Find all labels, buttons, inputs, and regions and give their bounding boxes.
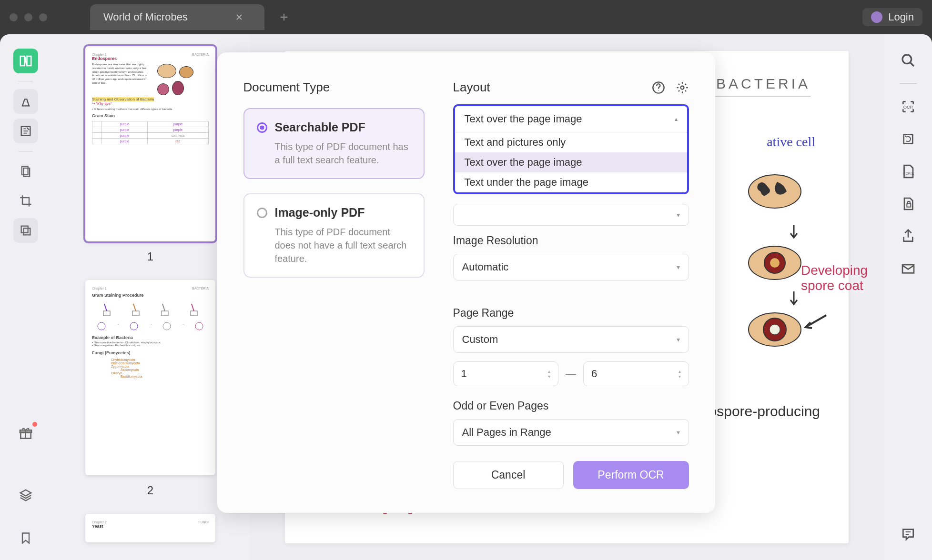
option-title: Searchable PDF [275,120,365,134]
layout-dropdown[interactable]: Text over the page image ▴ Text and pict… [453,104,689,194]
svg-point-30 [680,86,684,89]
radio-checked-icon [257,122,267,133]
stepper-icon[interactable]: ▴▾ [679,369,681,379]
image-resolution-label: Image Resolution [453,234,689,247]
range-separator: — [566,368,576,380]
chevron-down-icon: ▾ [677,263,680,271]
select-value: All Pages in Range [462,426,551,439]
help-icon[interactable] [652,81,665,94]
radio-unchecked-icon [257,208,267,218]
odd-even-select[interactable]: All Pages in Range ▾ [453,419,689,446]
odd-even-label: Odd or Even Pages [453,400,689,412]
layout-option[interactable]: Text under the page image [455,172,687,192]
image-resolution-select[interactable]: Automatic ▾ [453,254,689,280]
page-range-select[interactable]: Custom ▾ [453,326,689,353]
image-only-pdf-option[interactable]: Image-only PDF This type of PDF document… [243,193,425,278]
layout-options-list: Text and pictures only Text over the pag… [455,132,687,192]
layout-selected-value[interactable]: Text over the page image ▴ [455,106,687,132]
chevron-down-icon: ▾ [677,336,680,343]
input-value: 6 [591,368,597,380]
document-type-title: Document Type [243,80,425,95]
modal-overlay: Document Type Searchable PDF This type o… [0,0,932,560]
stepper-icon[interactable]: ▴▾ [548,369,550,379]
layout-option[interactable]: Text over the page image [455,152,687,172]
chevron-up-icon: ▴ [675,116,678,122]
selected-text: Text over the page image [465,113,582,125]
cancel-button[interactable]: Cancel [453,461,564,489]
gear-icon[interactable] [676,81,689,94]
ocr-settings-modal: Document Type Searchable PDF This type o… [217,52,715,513]
partial-select-field[interactable]: ▾ [453,204,689,226]
select-value: Custom [462,333,498,346]
range-to-input[interactable]: 6 ▴▾ [583,361,689,386]
chevron-down-icon: ▾ [677,211,680,219]
page-range-label: Page Range [453,307,689,320]
chevron-down-icon: ▾ [677,429,680,436]
input-value: 1 [461,368,467,380]
modal-right-column: Layout Text over the page image ▴ Text a… [453,80,689,489]
option-description: This type of PDF document does not have … [275,225,411,265]
range-from-input[interactable]: 1 ▴▾ [453,361,559,386]
select-value: Automatic [462,261,509,273]
modal-left-column: Document Type Searchable PDF This type o… [243,80,425,489]
option-description: This type of PDF document has a full tex… [275,140,411,167]
layout-title: Layout [453,80,490,95]
searchable-pdf-option[interactable]: Searchable PDF This type of PDF document… [243,108,425,179]
layout-option[interactable]: Text and pictures only [455,132,687,152]
perform-ocr-button[interactable]: Perform OCR [573,461,689,489]
option-title: Image-only PDF [275,206,365,220]
